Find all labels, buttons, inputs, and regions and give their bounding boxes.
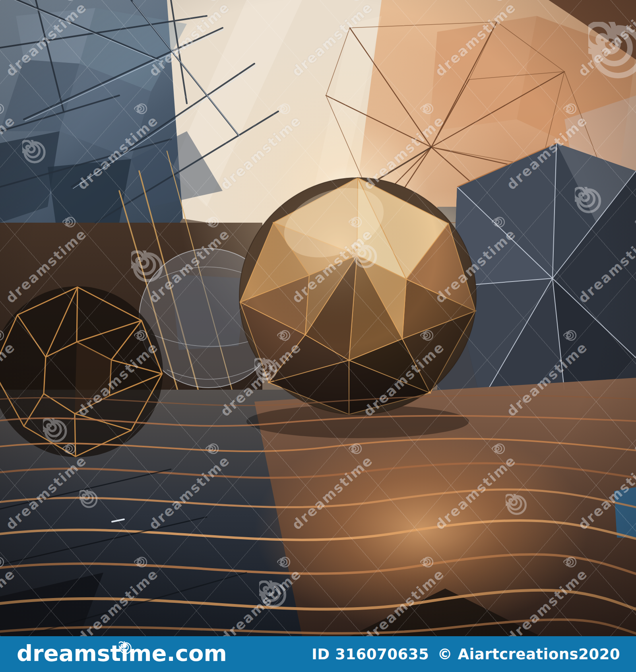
abstract-art-canvas (0, 0, 636, 636)
footer-bar: dreamstime.com ID 316070635 © Aiartcreat… (0, 636, 636, 672)
image-id-credit: ID 316070635 © Aiartcreations2020 (312, 646, 620, 663)
abstract-art-image (0, 0, 636, 636)
image-credit: © Aiartcreations2020 (438, 646, 620, 663)
vignette (0, 0, 636, 636)
stock-photo-preview: dreamstimedreamstimedreamstimedreamstime… (0, 0, 636, 672)
dreamstime-logo[interactable]: dreamstime.com (17, 641, 227, 666)
image-id: ID 316070635 (312, 646, 429, 663)
dreamstime-spiral-icon (119, 635, 132, 660)
